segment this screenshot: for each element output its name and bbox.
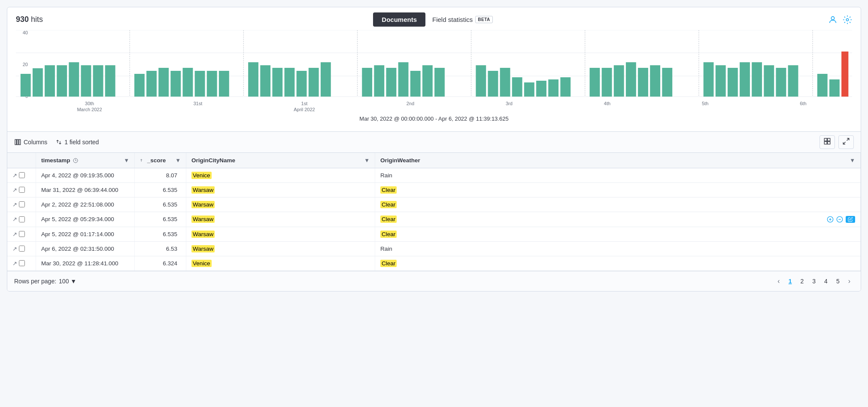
svg-rect-14 <box>33 68 43 97</box>
weather-col-chevron: ▼ <box>850 157 855 164</box>
svg-rect-18 <box>81 65 91 97</box>
weather-highlight: Clear <box>380 216 397 223</box>
svg-rect-20 <box>105 65 115 97</box>
svg-rect-55 <box>638 68 648 97</box>
svg-rect-69 <box>15 140 16 145</box>
cell-city: Venice <box>186 168 375 182</box>
city-highlight: Venice <box>191 172 212 179</box>
row-expand-btn[interactable]: ↗ <box>12 260 17 267</box>
tab-field-statistics[interactable]: Field statistics BETA <box>427 12 498 27</box>
cell-weather: Clear <box>375 212 861 227</box>
sort-icon <box>56 139 62 145</box>
row-checkbox[interactable] <box>19 216 25 222</box>
cell-score: 6.535 <box>135 212 186 227</box>
cell-weather: Clear <box>375 197 861 212</box>
row-expand-btn[interactable]: ↗ <box>12 201 17 208</box>
weather-highlight: Clear <box>380 186 397 194</box>
filter-out-btn[interactable] <box>836 216 843 223</box>
th-weather[interactable]: OriginWeather ▼ <box>375 153 861 168</box>
rows-per-page-dropdown[interactable]: 100 ▼ <box>59 278 76 285</box>
svg-rect-56 <box>650 65 660 97</box>
histogram-chart[interactable] <box>16 30 852 99</box>
pagination-page-4[interactable]: 4 <box>821 276 831 286</box>
settings-icon-btn[interactable] <box>843 15 852 24</box>
th-score[interactable]: _score ▼ <box>135 153 186 168</box>
table-row: ↗ Apr 4, 2022 @ 09:19:35.000 8.07 Venice… <box>7 168 861 182</box>
chart-x-labels: 30th March 2022 31st 1st April 2022 2nd … <box>31 100 852 113</box>
cell-weather: Clear <box>375 256 861 270</box>
svg-rect-25 <box>183 68 193 97</box>
header: 930 hits Documents Field statistics BETA <box>7 7 861 30</box>
table-row: ↗ Apr 5, 2022 @ 01:17:14.000 6.535 Warsa… <box>7 227 861 241</box>
weather-highlight: Clear <box>380 260 397 267</box>
svg-rect-28 <box>219 71 229 97</box>
sort-label-text: 1 field sorted <box>64 139 99 146</box>
cell-timestamp: Mar 30, 2022 @ 11:28:41.000 <box>36 256 135 270</box>
pagination-prev[interactable]: ‹ <box>774 276 783 287</box>
city-highlight: Warsaw <box>191 216 215 223</box>
svg-rect-45 <box>500 68 510 97</box>
svg-rect-71 <box>19 140 20 145</box>
hits-text: hits <box>31 15 43 24</box>
user-icon-btn[interactable] <box>828 15 838 24</box>
th-city[interactable]: OriginCityName ▼ <box>186 153 375 168</box>
cell-city: Warsaw <box>186 241 375 256</box>
city-highlight: Warsaw <box>191 231 215 238</box>
row-expand-btn[interactable]: ↗ <box>12 187 17 193</box>
pagination-next[interactable]: › <box>845 276 854 287</box>
svg-rect-59 <box>716 65 726 97</box>
row-checkbox[interactable] <box>19 172 25 178</box>
main-container: 930 hits Documents Field statistics BETA <box>7 7 861 292</box>
x-label-31st: 31st <box>193 100 202 113</box>
row-checkbox[interactable] <box>19 260 25 266</box>
svg-rect-60 <box>728 68 738 97</box>
city-highlight: Venice <box>191 260 212 267</box>
row-expand-btn[interactable]: ↗ <box>12 216 17 222</box>
svg-rect-52 <box>602 68 612 97</box>
row-expand-btn[interactable]: ↗ <box>12 246 17 252</box>
sort-label-wrapper: 1 field sorted <box>56 139 99 146</box>
row-checkbox[interactable] <box>19 231 25 237</box>
svg-rect-27 <box>207 71 217 97</box>
filter-in-btn[interactable] <box>827 216 834 223</box>
row-controls-cell: ↗ <box>7 168 36 182</box>
svg-rect-29 <box>248 62 258 97</box>
pagination-page-5[interactable]: 5 <box>833 276 843 286</box>
x-label-3rd: 3rd <box>506 100 513 113</box>
svg-rect-73 <box>828 138 830 141</box>
table-row: ↗ Apr 2, 2022 @ 22:51:08.000 6.535 Warsa… <box>7 197 861 212</box>
svg-rect-34 <box>309 68 319 97</box>
row-expand-btn[interactable]: ↗ <box>12 231 17 237</box>
columns-icon <box>14 139 21 146</box>
row-checkbox[interactable] <box>19 201 25 207</box>
svg-line-77 <box>843 142 845 144</box>
rows-per-page: Rows per page: 100 ▼ <box>14 278 76 285</box>
th-timestamp-label: timestamp <box>41 157 78 164</box>
x-label-4th: 4th <box>604 100 610 113</box>
svg-rect-49 <box>548 79 558 97</box>
pagination-page-1[interactable]: 1 <box>785 276 795 286</box>
pagination-page-2[interactable]: 2 <box>797 276 807 286</box>
svg-rect-64 <box>776 68 786 97</box>
score-sort-icon-asc <box>140 158 145 163</box>
table-view-btn[interactable] <box>819 135 835 149</box>
x-label-30th: 30th March 2022 <box>77 100 102 113</box>
table-controls: Columns 1 field sorted <box>7 131 861 153</box>
row-controls-cell: ↗ <box>7 182 36 197</box>
row-controls-cell: ↗ <box>7 241 36 256</box>
th-timestamp[interactable]: timestamp ▼ <box>36 153 135 168</box>
cell-score: 6.535 <box>135 182 186 197</box>
svg-rect-35 <box>321 62 331 97</box>
expand-view-btn[interactable] <box>838 135 854 149</box>
svg-rect-61 <box>740 62 750 97</box>
pagination-page-3[interactable]: 3 <box>809 276 819 286</box>
row-checkbox[interactable] <box>19 187 25 193</box>
tab-documents[interactable]: Documents <box>373 12 425 27</box>
hits-count: 930 <box>16 15 29 24</box>
edit-btn[interactable] <box>846 216 855 223</box>
row-checkbox[interactable] <box>19 246 25 252</box>
row-expand-btn[interactable]: ↗ <box>12 172 17 179</box>
svg-rect-21 <box>134 74 145 97</box>
columns-button[interactable]: Columns <box>14 139 47 146</box>
svg-rect-24 <box>170 71 181 97</box>
